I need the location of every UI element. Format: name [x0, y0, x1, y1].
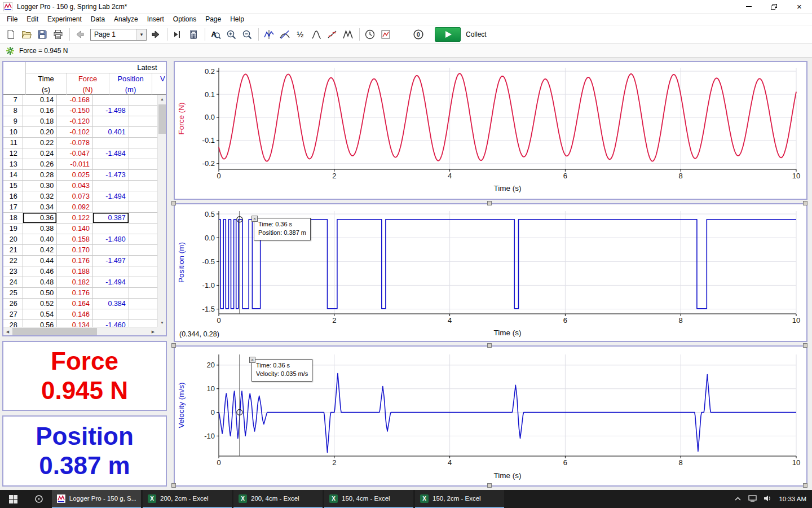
table-cell[interactable]: 0.146: [57, 309, 93, 320]
column-header-position[interactable]: Position: [109, 73, 152, 84]
table-row[interactable]: 150.300.043: [3, 181, 166, 191]
horizontal-scrollbar-thumb[interactable]: [12, 328, 97, 335]
tooltip-close-icon[interactable]: ×: [249, 357, 255, 363]
column-header-time[interactable]: Time: [26, 73, 67, 84]
search-button[interactable]: [26, 490, 52, 508]
scroll-down-button[interactable]: ▼: [158, 318, 166, 327]
table-cell[interactable]: 0.38: [23, 224, 57, 234]
position-meter[interactable]: Position 0.387 m: [2, 415, 167, 487]
row-number-cell[interactable]: 15: [3, 181, 23, 191]
table-row[interactable]: 80.16-0.150-1.498: [3, 106, 166, 116]
table-cell[interactable]: -0.011: [57, 159, 93, 170]
resize-handle[interactable]: [803, 201, 807, 205]
menu-page[interactable]: Page: [201, 14, 226, 24]
table-cell[interactable]: 0.182: [57, 277, 93, 288]
table-row[interactable]: 270.540.146: [3, 309, 166, 320]
table-row[interactable]: 220.440.176-1.497: [3, 256, 166, 266]
column-header-v[interactable]: V: [152, 73, 167, 84]
save-button[interactable]: [35, 27, 50, 42]
table-cell[interactable]: 0.134: [57, 320, 93, 327]
table-cell[interactable]: [93, 224, 129, 234]
graph-options-button[interactable]: [378, 27, 393, 42]
page-select-dropdown[interactable]: Page 1▾: [90, 29, 147, 41]
table-cell[interactable]: 0.170: [57, 245, 93, 256]
volume-icon[interactable]: [764, 494, 772, 504]
table-cell[interactable]: 0.043: [57, 181, 93, 191]
table-row[interactable]: 120.24-0.047-1.484: [3, 148, 166, 159]
row-number-cell[interactable]: 24: [3, 277, 23, 288]
table-cell[interactable]: [93, 138, 129, 148]
table-cell[interactable]: 0.092: [57, 202, 93, 213]
table-cell[interactable]: 0.384: [93, 299, 129, 309]
row-number-cell[interactable]: 16: [3, 191, 23, 202]
taskbar-clock[interactable]: 10:33 AM: [779, 496, 806, 502]
menu-options[interactable]: Options: [169, 14, 201, 24]
resize-handle[interactable]: [803, 343, 807, 348]
resize-handle[interactable]: [487, 343, 492, 348]
table-row[interactable]: 180.360.1220.387: [3, 213, 166, 224]
row-number-cell[interactable]: 25: [3, 288, 23, 299]
goto-page-button[interactable]: [170, 27, 185, 42]
table-row[interactable]: 140.280.025-1.473: [3, 170, 166, 181]
table-cell[interactable]: 0.54: [23, 309, 57, 320]
table-cell[interactable]: -0.047: [57, 148, 93, 159]
row-number-cell[interactable]: 8: [3, 106, 23, 116]
table-row[interactable]: 260.520.1640.384: [3, 299, 166, 309]
zero-button[interactable]: 0: [411, 27, 426, 42]
table-cell[interactable]: 0.140: [57, 224, 93, 234]
table-horizontal-scrollbar[interactable]: ◀ ▶: [3, 327, 157, 335]
table-cell[interactable]: -0.120: [57, 116, 93, 127]
collect-button[interactable]: [435, 27, 461, 42]
calculator-button[interactable]: [186, 27, 201, 42]
back-arrow-button[interactable]: [73, 27, 87, 42]
linear-fit-button[interactable]: [325, 27, 339, 42]
table-cell[interactable]: -1.473: [93, 170, 129, 181]
table-cell[interactable]: -1.494: [93, 277, 129, 288]
force-meter[interactable]: Force 0.945 N: [2, 341, 167, 411]
zoom-out-button[interactable]: [240, 27, 254, 42]
column-header-force[interactable]: Force: [67, 73, 109, 84]
table-cell[interactable]: -1.498: [93, 106, 129, 116]
table-cell[interactable]: [93, 288, 129, 299]
table-cell[interactable]: 0.18: [23, 116, 57, 127]
menu-insert[interactable]: Insert: [143, 14, 169, 24]
table-cell[interactable]: -1.494: [93, 191, 129, 202]
vertical-scrollbar-thumb[interactable]: [158, 104, 166, 134]
start-button[interactable]: [0, 490, 26, 508]
table-cell[interactable]: 0.24: [23, 148, 57, 159]
table-cell[interactable]: -0.102: [57, 127, 93, 138]
table-cell[interactable]: 0.20: [23, 127, 57, 138]
table-cell[interactable]: 0.32: [23, 191, 57, 202]
row-number-cell[interactable]: 20: [3, 234, 23, 245]
table-cell[interactable]: -1.484: [93, 148, 129, 159]
row-number-cell[interactable]: 12: [3, 148, 23, 159]
table-cell[interactable]: 0.14: [23, 95, 57, 106]
resize-handle[interactable]: [171, 343, 176, 348]
force-graph[interactable]: 0.20.10.0-0.1-0.20246810Time (s)Force (N…: [175, 62, 806, 199]
table-cell[interactable]: 0.30: [23, 181, 57, 191]
table-cell[interactable]: 0.188: [57, 266, 93, 277]
velocity-graph-panel[interactable]: 20100-100246810Time (s)Velocity (m/s) × …: [174, 345, 807, 487]
table-cell[interactable]: 0.56: [23, 320, 57, 327]
table-cell[interactable]: -0.078: [57, 138, 93, 148]
table-row[interactable]: 240.480.182-1.494: [3, 277, 166, 288]
table-cell[interactable]: 0.52: [23, 299, 57, 309]
table-row[interactable]: 200.400.158-1.480: [3, 234, 166, 245]
table-row[interactable]: 230.460.188: [3, 266, 166, 277]
statistics-button[interactable]: [309, 27, 324, 42]
table-cell[interactable]: [93, 95, 129, 106]
table-cell[interactable]: 0.48: [23, 277, 57, 288]
table-cell[interactable]: [93, 116, 129, 127]
tangent-button[interactable]: [277, 27, 292, 42]
table-cell[interactable]: -0.168: [57, 95, 93, 106]
taskbar-app-button[interactable]: X150, 2cm - Excel: [415, 490, 504, 508]
table-cell[interactable]: [93, 202, 129, 213]
row-number-cell[interactable]: 26: [3, 299, 23, 309]
restore-button[interactable]: [761, 0, 787, 13]
menu-experiment[interactable]: Experiment: [43, 14, 86, 24]
row-number-cell[interactable]: 18: [3, 213, 23, 224]
row-number-cell[interactable]: 27: [3, 309, 23, 320]
table-row[interactable]: 90.18-0.120: [3, 116, 166, 127]
table-cell[interactable]: 0.42: [23, 245, 57, 256]
row-number-cell[interactable]: 19: [3, 224, 23, 234]
